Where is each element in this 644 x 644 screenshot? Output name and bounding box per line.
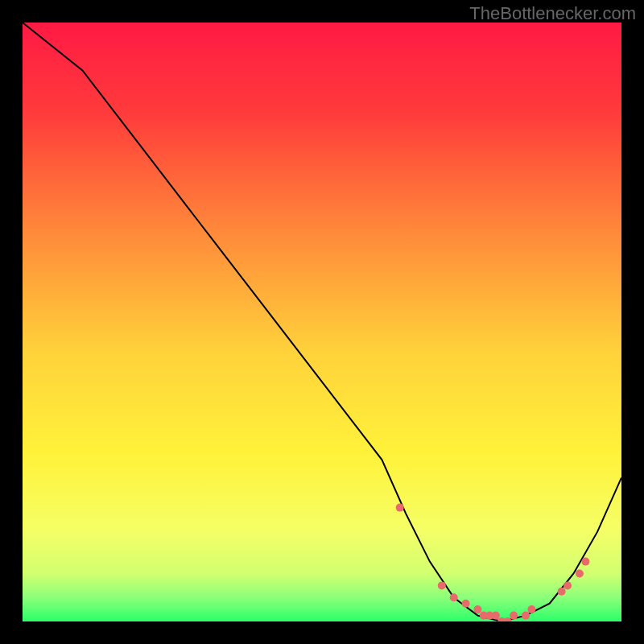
marker-dot xyxy=(504,617,512,621)
watermark-text: TheBottlenecker.com xyxy=(469,3,636,24)
marker-dot xyxy=(564,581,572,589)
bottleneck-curve xyxy=(23,23,621,621)
marker-dot xyxy=(473,605,481,613)
marker-dot xyxy=(558,588,566,596)
marker-dot xyxy=(438,581,446,589)
chart-overlay xyxy=(23,23,621,621)
marker-dot xyxy=(522,612,530,620)
marker-dot xyxy=(510,612,518,620)
marker-dot xyxy=(450,593,458,601)
marker-dot xyxy=(527,605,535,613)
marker-dot xyxy=(576,570,584,578)
marker-dot xyxy=(492,612,500,620)
marker-dot xyxy=(462,600,470,608)
chart-area xyxy=(23,23,621,621)
highlight-markers xyxy=(396,504,590,621)
marker-dot xyxy=(581,558,589,566)
marker-dot xyxy=(396,504,404,512)
